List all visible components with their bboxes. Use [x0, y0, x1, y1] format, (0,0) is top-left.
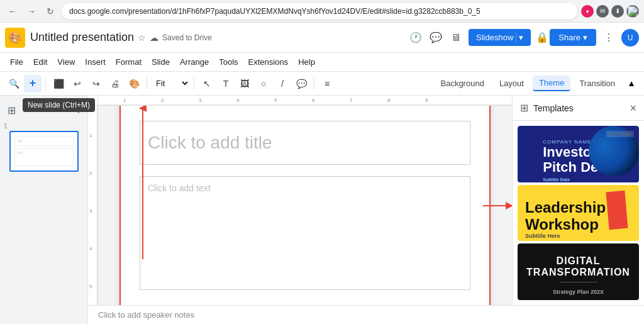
menu-extensions[interactable]: Extensions: [243, 55, 294, 69]
app-title-section: Untitled presentation ☆ ☁ Saved to Drive: [30, 31, 212, 44]
app-logo: 🎨: [5, 28, 25, 48]
slide-title-placeholder[interactable]: Click to add title: [140, 121, 470, 165]
leadership-red-bar: [606, 190, 628, 229]
text-tool[interactable]: T: [217, 75, 235, 92]
svg-text:5: 5: [89, 284, 92, 289]
templates-header: ⊞ Templates ×: [513, 96, 644, 121]
template-item-leadership[interactable]: Leadership Workshop Subtitle Here Worksh…: [518, 185, 639, 242]
header-right: 🕐 💬 🖥 Slideshow ▾ 🔒 Share ▾ ⋮ U: [408, 29, 639, 47]
templates-close-button[interactable]: ×: [630, 103, 636, 114]
canvas-row: 1 2 3 4 5 6 7 8 9: [88, 96, 644, 305]
investor-subtitle: Subtitle Date: [543, 177, 614, 182]
share-button[interactable]: Share ▾: [550, 29, 596, 46]
text-align-tool[interactable]: ≡: [318, 75, 336, 92]
lock-icon: 🔒: [536, 31, 548, 43]
collapse-toolbar-button[interactable]: ▲: [624, 76, 639, 91]
address-bar: ← → ↻ ♦ ✉ ⬇: [0, 0, 644, 23]
slide-text-placeholder[interactable]: Click to add text: [140, 176, 470, 290]
toolbar: 🔍 + New slide (Ctrl+M) ⬛ ↩ ↪ 🖨 🎨 Fit 50%…: [0, 72, 644, 96]
move-slide-button[interactable]: ⬛: [50, 75, 67, 92]
menu-slide[interactable]: Slide: [147, 55, 175, 69]
slideshow-dropdown-icon[interactable]: ▾: [516, 33, 523, 42]
ruler-h-svg: 1 2 3 4 5 6 7 8 9: [98, 96, 512, 106]
ruler-top-row: 1 2 3 4 5 6 7 8 9: [88, 96, 512, 106]
nav-refresh-button[interactable]: ↻: [43, 4, 58, 19]
print-button[interactable]: 🖨: [106, 75, 124, 92]
slideshow-button[interactable]: Slideshow ▾: [469, 29, 531, 46]
canvas-main-row: 1 2 3 4 5 Click to add title Click to ad…: [88, 106, 512, 305]
layout-button[interactable]: Layout: [493, 76, 530, 91]
cursor-tool[interactable]: ↖: [198, 75, 216, 92]
menu-arrange[interactable]: Arrange: [175, 55, 214, 69]
svg-text:6: 6: [312, 98, 315, 103]
comments-button[interactable]: 💬: [428, 30, 443, 45]
present-button[interactable]: 🖥: [448, 30, 464, 45]
comment-tool[interactable]: 💬: [292, 75, 310, 92]
share-button-group: 🔒 Share ▾: [536, 29, 596, 46]
zoom-select[interactable]: Fit 50% 75% 100% 125%: [151, 77, 190, 90]
share-label: Share: [558, 33, 580, 42]
slideshow-label: Slideshow: [476, 33, 513, 42]
svg-text:3: 3: [89, 208, 92, 214]
slideshow-button-group: Slideshow ▾: [469, 29, 531, 46]
share-dropdown-icon[interactable]: ▾: [583, 33, 587, 42]
url-input[interactable]: [62, 3, 577, 20]
nav-back-button[interactable]: ←: [5, 4, 20, 19]
menu-format[interactable]: Format: [111, 55, 147, 69]
menu-file[interactable]: File: [5, 55, 28, 69]
leadership-title-line2: Workshop: [525, 216, 599, 233]
redo-button[interactable]: ↪: [87, 75, 105, 92]
slide-canvas-wrapper[interactable]: Click to add title Click to add text: [98, 106, 512, 305]
menu-help[interactable]: Help: [293, 55, 320, 69]
more-options-button[interactable]: ⋮: [601, 30, 616, 45]
slide-panel: ⊞ ‹ 1 Title Text: [0, 96, 88, 324]
undo-button[interactable]: ↩: [69, 75, 86, 92]
svg-text:9: 9: [425, 98, 428, 103]
nav-forward-button[interactable]: →: [24, 4, 39, 19]
leadership-title: Leadership Workshop: [525, 199, 606, 233]
cloud-icon[interactable]: ☁: [150, 33, 158, 43]
leadership-title-line1: Leadership: [525, 199, 606, 216]
shape-tool[interactable]: ○: [255, 75, 272, 92]
line-tool[interactable]: /: [274, 75, 291, 92]
template-item-digital[interactable]: DIGITAL TRANSFORMATION Strategy Plan 202…: [518, 243, 639, 300]
add-slide-button[interactable]: +: [24, 75, 42, 92]
slide-number-label: 1: [3, 123, 85, 130]
digital-title: DIGITAL TRANSFORMATION: [518, 255, 639, 278]
saved-status: Saved to Drive: [162, 33, 212, 42]
vertical-ruler: 1 2 3 4 5: [88, 106, 98, 305]
menu-edit[interactable]: Edit: [28, 55, 52, 69]
mini-text-box: Text: [14, 148, 74, 166]
star-icon[interactable]: ☆: [138, 33, 146, 43]
browser-icon-2: ✉: [596, 5, 609, 18]
app-logo-icon: 🎨: [8, 31, 22, 45]
slide-canvas[interactable]: Click to add title Click to add text: [119, 106, 491, 305]
sep-3: [194, 77, 194, 90]
transition-button[interactable]: Transition: [573, 76, 621, 91]
arrow-right-svg: [483, 196, 512, 215]
svg-text:2: 2: [161, 98, 164, 103]
search-toolbar-button[interactable]: 🔍: [5, 75, 23, 92]
app-title: Untitled presentation: [30, 31, 134, 44]
menu-tools[interactable]: Tools: [214, 55, 243, 69]
grid-view-button[interactable]: ⊞: [5, 102, 18, 119]
paint-format-button[interactable]: 🎨: [125, 75, 143, 92]
canvas-templates-area: 1 2 3 4 5 6 7 8 9: [88, 96, 644, 324]
speaker-notes[interactable]: Click to add speaker notes: [88, 305, 644, 324]
theme-button[interactable]: Theme: [533, 75, 570, 91]
slide-thumbnail-1[interactable]: Title Text: [9, 131, 79, 172]
canvas-with-rulers: 1 2 3 4 5 6 7 8 9: [88, 96, 512, 305]
avatar[interactable]: U: [621, 29, 639, 47]
menu-insert[interactable]: Insert: [80, 55, 111, 69]
mini-title-box: Title: [14, 136, 74, 146]
templates-title: Templates: [533, 103, 625, 113]
background-button[interactable]: Background: [434, 76, 490, 91]
history-button[interactable]: 🕐: [408, 30, 423, 45]
menu-view[interactable]: View: [52, 55, 80, 69]
app-header: 🎨 Untitled presentation ☆ ☁ Saved to Dri…: [0, 23, 644, 53]
menu-bar: File Edit View Insert Format Slide Arran…: [0, 53, 644, 72]
template-item-investor[interactable]: COMPANY NAME Investor Pitch Deck Subtitl…: [518, 126, 639, 182]
svg-text:7: 7: [350, 98, 353, 103]
template-thumbnail-leadership: Leadership Workshop Subtitle Here: [518, 185, 639, 242]
image-tool[interactable]: 🖼: [236, 75, 253, 92]
